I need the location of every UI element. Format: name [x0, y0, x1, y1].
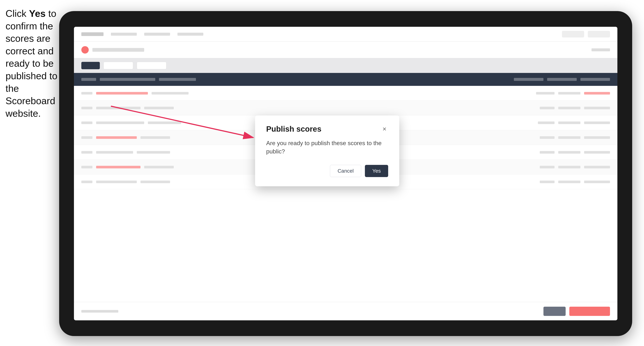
cell-score [536, 92, 554, 95]
table-row [74, 86, 618, 101]
cell-total [558, 92, 580, 95]
cell-total [558, 166, 580, 169]
cell-extra [584, 166, 610, 169]
th-extra [580, 78, 610, 81]
cell-score [538, 122, 554, 124]
modal-header: Publish scores × [266, 125, 388, 134]
competition-icon [81, 46, 89, 53]
table-row [74, 101, 618, 115]
th-category [159, 78, 196, 81]
competition-title [92, 48, 144, 52]
cell-cat [137, 151, 170, 154]
th-rank [81, 78, 96, 81]
nav-btn-1 [562, 31, 584, 37]
cell-name [96, 166, 140, 169]
cell-name [96, 107, 140, 109]
filter-select-2 [137, 62, 166, 69]
filter-select-1 [104, 62, 133, 69]
cell [81, 180, 92, 183]
bottom-cancel-btn[interactable] [544, 307, 566, 316]
cell [81, 166, 92, 169]
cell-total [558, 122, 580, 124]
tablet-screen: Publish scores × Are you ready to publis… [74, 27, 618, 320]
filter-btn [81, 62, 100, 69]
cell-score [540, 107, 554, 109]
cell-extra [584, 92, 610, 95]
modal-body-text: Are you ready to publish these scores to… [266, 139, 388, 156]
bottom-buttons [544, 307, 610, 316]
cell-cat [144, 166, 174, 169]
cell [81, 107, 92, 109]
cell-extra [584, 136, 610, 139]
yes-button[interactable]: Yes [365, 165, 388, 177]
th-score [514, 78, 544, 81]
cell-name [96, 180, 137, 183]
cell-total [558, 136, 580, 139]
bottom-publish-btn[interactable] [569, 307, 610, 316]
cell-extra [584, 180, 610, 183]
bottom-bar [74, 302, 618, 320]
cell-score [540, 180, 554, 183]
cell-cat [148, 122, 181, 124]
modal-title: Publish scores [266, 125, 322, 134]
instruction-text: Click Yes to confirm the scores are corr… [6, 7, 59, 120]
th-name [100, 78, 155, 81]
cell-name [96, 136, 137, 139]
bottom-text [81, 310, 118, 313]
cell-name [96, 92, 148, 95]
cell [81, 136, 92, 139]
cell-extra [584, 107, 610, 109]
nav-item-1 [111, 33, 137, 36]
publish-modal: Publish scores × Are you ready to publis… [255, 115, 399, 186]
nav-btn-2 [588, 31, 610, 37]
cell-extra [584, 122, 610, 124]
cell-cat [144, 107, 174, 109]
modal-close-button[interactable]: × [381, 125, 388, 133]
cell-name [96, 151, 133, 154]
cell-extra [584, 151, 610, 154]
nav-item-3 [178, 33, 203, 36]
filter-bar [74, 58, 618, 73]
tablet-device: Publish scores × Are you ready to publis… [59, 11, 632, 336]
cell-cat [140, 180, 170, 183]
cell-score [540, 136, 554, 139]
cell-score [540, 166, 554, 169]
cell-total [558, 151, 580, 154]
th-total [547, 78, 577, 81]
cell-cat [140, 136, 170, 139]
cell [81, 92, 92, 95]
modal-footer: Cancel Yes [266, 165, 388, 177]
cell-total [558, 180, 580, 183]
nav-right [562, 31, 610, 37]
cancel-button[interactable]: Cancel [330, 165, 361, 177]
nav-item-2 [144, 33, 170, 36]
cell [81, 151, 92, 154]
cell-total [558, 107, 580, 109]
cell [81, 122, 92, 124]
app-logo [81, 32, 104, 36]
cell-score [540, 151, 554, 154]
table-header [74, 73, 618, 86]
app-header [74, 27, 618, 41]
competition-meta [592, 48, 610, 51]
competition-header [74, 41, 618, 58]
cell-name [96, 122, 144, 124]
cell-cat [152, 92, 188, 95]
